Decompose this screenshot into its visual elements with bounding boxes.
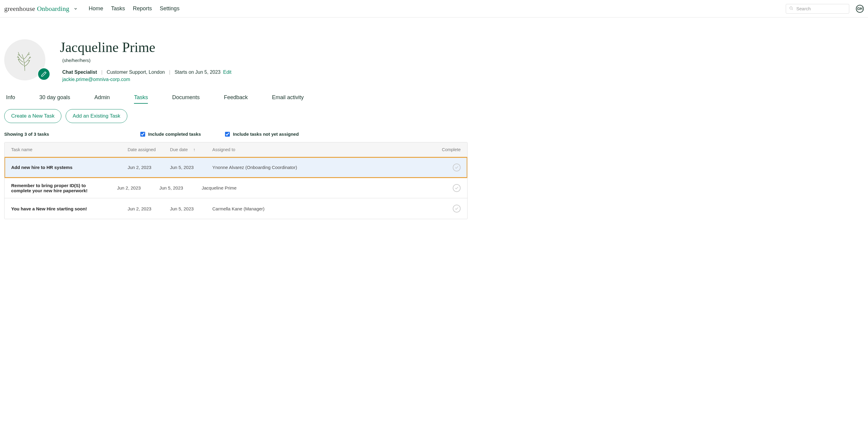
svg-line-1 <box>792 9 793 10</box>
tab-admin[interactable]: Admin <box>94 94 110 104</box>
tab-tasks[interactable]: Tasks <box>134 94 148 104</box>
check-icon <box>455 206 459 211</box>
nav-tasks[interactable]: Tasks <box>111 5 125 12</box>
include-completed-wrap[interactable]: Include completed tasks <box>140 131 201 137</box>
profile-tabs: Info 30 day goals Admin Tasks Documents … <box>6 94 468 104</box>
cell-complete <box>437 179 467 197</box>
profile-info: Jacqueline Prime (she/her/hers) Chat Spe… <box>60 39 231 82</box>
tasks-table: Task name Date assigned Due date ↑ Assig… <box>4 142 468 219</box>
user-avatar-badge[interactable]: GH <box>856 5 864 13</box>
col-due-date-label: Due date <box>170 147 188 152</box>
divider: | <box>101 69 102 75</box>
cell-complete <box>437 200 467 217</box>
col-complete[interactable]: Complete <box>435 142 467 157</box>
table-row[interactable]: Remember to bring proper ID(S) to comple… <box>4 178 467 198</box>
profile-header: Jacqueline Prime (she/her/hers) Chat Spe… <box>4 39 468 82</box>
cell-date-assigned: Jun 2, 2023 <box>111 181 153 195</box>
profile-name: Jacqueline Prime <box>60 39 231 55</box>
nav-settings[interactable]: Settings <box>160 5 179 12</box>
showing-count: Showing 3 of 3 tasks <box>4 131 116 137</box>
nav-reports[interactable]: Reports <box>133 5 152 12</box>
tab-feedback[interactable]: Feedback <box>224 94 248 104</box>
cell-due-date: Jun 5, 2023 <box>163 201 206 216</box>
logo-onboarding: Onboarding <box>37 5 69 13</box>
tab-documents[interactable]: Documents <box>172 94 199 104</box>
cell-task-name: You have a New Hire starting soon! <box>4 201 121 216</box>
complete-toggle[interactable] <box>453 184 461 192</box>
create-new-task-button[interactable]: Create a New Task <box>4 109 61 123</box>
check-icon <box>455 186 459 190</box>
top-bar: greenhouse Onboarding Home Tasks Reports… <box>0 0 868 18</box>
table-row[interactable]: Add new hire to HR systems Jun 2, 2023 J… <box>4 157 467 178</box>
divider: | <box>169 69 170 75</box>
page-content: Jacqueline Prime (she/her/hers) Chat Spe… <box>0 18 472 231</box>
profile-meta: Chat Specialist | Customer Support, Lond… <box>62 69 231 75</box>
nav-home[interactable]: Home <box>89 5 103 12</box>
tab-email-activity[interactable]: Email activity <box>272 94 304 104</box>
cell-due-date: Jun 5, 2023 <box>153 181 195 195</box>
include-unassigned-checkbox[interactable] <box>225 132 230 137</box>
complete-toggle[interactable] <box>453 205 461 213</box>
cell-date-assigned: Jun 2, 2023 <box>121 160 163 175</box>
profile-role: Chat Specialist <box>62 69 97 75</box>
cell-task-name: Add new hire to HR systems <box>4 160 121 175</box>
search-box[interactable] <box>786 4 849 13</box>
cell-due-date: Jun 5, 2023 <box>163 160 206 175</box>
pencil-icon <box>41 71 47 77</box>
profile-avatar-wrap <box>4 39 50 80</box>
add-existing-task-button[interactable]: Add an Existing Task <box>66 109 127 123</box>
col-task-name[interactable]: Task name <box>4 142 121 157</box>
profile-email[interactable]: jackie.prime@omniva-corp.com <box>62 77 130 82</box>
col-due-date[interactable]: Due date ↑ <box>163 142 206 157</box>
tab-30-day-goals[interactable]: 30 day goals <box>39 94 70 104</box>
table-row[interactable]: You have a New Hire starting soon! Jun 2… <box>4 198 467 219</box>
cell-assigned-to: Carmella Kane (Manager) <box>206 201 437 216</box>
logo-greenhouse: greenhouse <box>4 5 35 13</box>
complete-toggle[interactable] <box>453 164 461 171</box>
cell-assigned-to: Ynonne Alvarez (Onboarding Coordinator) <box>206 160 437 175</box>
col-assigned-to[interactable]: Assigned to <box>206 142 435 157</box>
sort-ascending-icon: ↑ <box>193 147 195 152</box>
cell-assigned-to: Jacqueline Prime <box>195 181 437 195</box>
check-icon <box>455 165 459 170</box>
include-completed-label: Include completed tasks <box>148 131 201 137</box>
search-input[interactable] <box>796 6 846 11</box>
search-icon <box>789 6 793 11</box>
edit-avatar-button[interactable] <box>37 68 50 80</box>
tab-info[interactable]: Info <box>6 94 15 104</box>
col-date-assigned[interactable]: Date assigned <box>121 142 163 157</box>
profile-pronouns: (she/her/hers) <box>62 58 231 63</box>
profile-department: Customer Support, London <box>107 69 165 75</box>
svg-point-0 <box>790 7 792 9</box>
profile-start-date: Starts on Jun 5, 2023 <box>175 69 220 75</box>
cell-date-assigned: Jun 2, 2023 <box>121 201 163 216</box>
cell-complete <box>437 159 467 176</box>
include-unassigned-wrap[interactable]: Include tasks not yet assigned <box>225 131 299 137</box>
top-nav: Home Tasks Reports Settings <box>89 5 179 12</box>
product-switcher[interactable]: greenhouse Onboarding <box>4 5 79 13</box>
chevron-down-icon <box>72 5 79 12</box>
include-completed-checkbox[interactable] <box>140 132 145 137</box>
cell-task-name: Remember to bring proper ID(S) to comple… <box>4 178 111 198</box>
table-header: Task name Date assigned Due date ↑ Assig… <box>4 142 467 157</box>
include-unassigned-label: Include tasks not yet assigned <box>233 131 299 137</box>
task-actions: Create a New Task Add an Existing Task <box>4 109 468 123</box>
edit-start-date-link[interactable]: Edit <box>223 69 232 75</box>
task-filters: Showing 3 of 3 tasks Include completed t… <box>4 131 468 137</box>
plant-icon <box>11 46 38 73</box>
